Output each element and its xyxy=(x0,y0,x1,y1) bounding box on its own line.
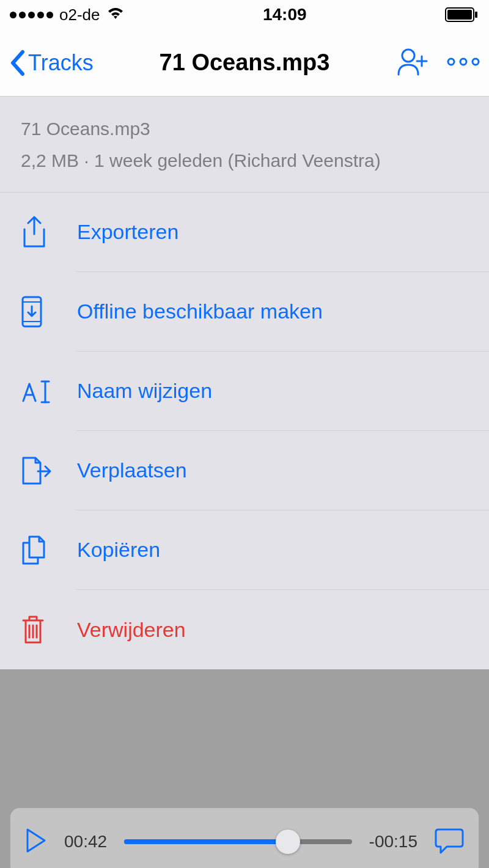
speech-bubble-icon xyxy=(435,827,464,854)
file-info-section: 71 Oceans.mp3 2,2 MB · 1 week geleden (R… xyxy=(0,97,489,193)
carrier-label: o2-de xyxy=(59,6,100,24)
more-horizontal-icon xyxy=(446,57,480,66)
nav-bar: Tracks 71 Oceans.mp3 xyxy=(0,29,489,97)
status-left: o2-de xyxy=(10,6,125,24)
play-icon xyxy=(25,827,47,854)
scrubber-thumb[interactable] xyxy=(276,829,300,854)
move-item[interactable]: Verplaatsen xyxy=(0,431,489,510)
action-menu: Exporteren Offline beschikbaar maken Naa… xyxy=(0,193,489,669)
delete-label: Verwijderen xyxy=(77,590,489,669)
rename-label: Naam wijzigen xyxy=(77,351,489,431)
signal-strength-icon xyxy=(10,12,53,18)
chevron-left-icon xyxy=(9,50,27,76)
elapsed-time: 00:42 xyxy=(64,832,107,851)
copy-icon xyxy=(21,534,77,566)
export-icon xyxy=(21,216,77,249)
offline-item[interactable]: Offline beschikbaar maken xyxy=(0,272,489,351)
person-plus-icon xyxy=(397,48,429,76)
status-bar: o2-de 14:09 xyxy=(0,0,489,29)
copy-label: Kopiëren xyxy=(77,510,489,590)
trash-icon xyxy=(21,614,77,645)
rename-item[interactable]: Naam wijzigen xyxy=(0,351,489,431)
rename-icon xyxy=(21,378,77,405)
delete-item[interactable]: Verwijderen xyxy=(0,590,489,669)
file-meta-label: 2,2 MB · 1 week geleden (Richard Veenstr… xyxy=(21,150,468,171)
back-button[interactable]: Tracks xyxy=(9,50,94,76)
popover-pointer xyxy=(444,97,466,110)
remaining-time: -00:15 xyxy=(369,832,417,851)
battery-icon xyxy=(445,7,479,22)
export-item[interactable]: Exporteren xyxy=(0,193,489,272)
wifi-icon xyxy=(106,6,125,24)
export-label: Exporteren xyxy=(77,193,489,272)
play-button[interactable] xyxy=(25,827,47,856)
svg-point-6 xyxy=(472,59,479,65)
file-name-label: 71 Oceans.mp3 xyxy=(21,119,468,139)
svg-point-4 xyxy=(448,59,454,65)
offline-label: Offline beschikbaar maken xyxy=(77,272,489,351)
svg-point-3 xyxy=(402,50,414,62)
phone-download-icon xyxy=(21,295,77,328)
page-title: 71 Oceans.mp3 xyxy=(160,50,330,76)
svg-rect-2 xyxy=(475,12,477,18)
backdrop[interactable] xyxy=(0,669,489,798)
svg-rect-1 xyxy=(447,10,472,20)
scrubber[interactable] xyxy=(124,829,352,854)
comment-button[interactable] xyxy=(435,827,464,856)
move-icon xyxy=(21,455,77,486)
more-button[interactable] xyxy=(446,57,480,68)
add-person-button[interactable] xyxy=(397,48,429,78)
copy-item[interactable]: Kopiëren xyxy=(0,510,489,590)
move-label: Verplaatsen xyxy=(77,431,489,510)
back-label: Tracks xyxy=(28,50,94,76)
clock: 14:09 xyxy=(125,5,446,24)
audio-player: 00:42 -00:15 xyxy=(10,807,479,868)
svg-point-5 xyxy=(460,59,466,65)
